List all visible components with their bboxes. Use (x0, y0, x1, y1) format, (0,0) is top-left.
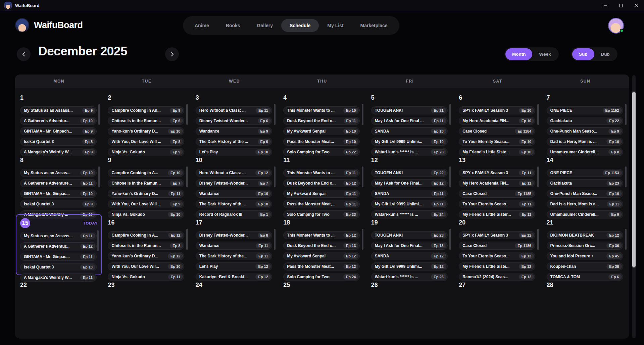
anime-entry[interactable]: SANDA Ep 11 (371, 190, 448, 198)
anime-entry[interactable]: With You, Our Love Wil... Ep 10 (108, 262, 184, 270)
calendar-day-cell-5[interactable]: 5 TODAY TOUGEN ANKI Ep 21 May I Ask for … (366, 89, 454, 151)
calendar-day-cell-22[interactable]: 22 TODAY (15, 276, 103, 338)
anime-entry[interactable]: Yano-kun's Ordinary D... Ep 12 (108, 252, 184, 260)
anime-entry[interactable]: Campfire Cooking in A... Ep 10 (108, 169, 184, 177)
cell-scrollbar-thumb[interactable] (98, 166, 100, 187)
anime-entry[interactable]: My Gift Lvl 9999 Unlimi... Ep 10 (371, 138, 448, 146)
anime-entry[interactable]: Case Closed Ep 1186 (459, 242, 535, 250)
close-button[interactable] (629, 0, 644, 11)
toggle-week[interactable]: Week (532, 48, 557, 60)
minimize-button[interactable] (598, 0, 613, 11)
anime-entry[interactable]: My Friend's Little Siste... Ep 12 (459, 262, 535, 270)
calendar-day-cell-15[interactable]: 15 TODAY My Status as an Assass... Ep 11… (16, 214, 102, 275)
anime-entry[interactable]: Pass the Monster Meat,... Ep 11 (283, 200, 360, 208)
calendar-day-cell-1[interactable]: 1 TODAY My Status as an Assass... Ep 9 A… (15, 89, 103, 151)
calendar-day-cell-25[interactable]: 25 TODAY (278, 276, 366, 338)
page-scrollbar[interactable] (632, 75, 636, 338)
anime-entry[interactable]: Isekai Quartet 3 Ep 8 (20, 138, 97, 146)
calendar-day-cell-18[interactable]: 18 TODAY This Monster Wants to ... Ep 12… (278, 213, 366, 276)
anime-entry[interactable]: Campfire Cooking in An... Ep 9 (108, 106, 184, 114)
anime-entry[interactable]: This Monster Wants to ... Ep 11 (283, 169, 360, 177)
anime-entry[interactable]: To Your Eternity Seaso... Ep 12 (459, 252, 535, 260)
calendar-day-cell-9[interactable]: 9 TODAY Campfire Cooking in A... Ep 10 C… (103, 151, 190, 213)
anime-entry[interactable]: GINTAMA - Mr. Ginpac... Ep 10 (20, 190, 97, 198)
anime-entry[interactable]: SANDA Ep 12 (371, 252, 448, 260)
anime-entry[interactable]: This Monster Wants to ... Ep 10 (283, 106, 360, 114)
cell-scrollbar-thumb[interactable] (186, 166, 188, 187)
anime-entry[interactable]: Dusk Beyond the End o... Ep 11 (283, 117, 360, 125)
anime-entry[interactable]: ONE PIECE Ep 1153 (547, 169, 623, 177)
anime-entry[interactable]: Pass the Monster Meat... Ep 10 (283, 138, 360, 146)
anime-entry[interactable]: Chitose Is in the Ramun... Ep 6 (108, 117, 184, 125)
calendar-day-cell-23[interactable]: 23 TODAY (103, 276, 190, 338)
anime-entry[interactable]: My Status as an Assas... Ep 10 (20, 169, 97, 177)
prev-month-button[interactable] (17, 47, 31, 61)
cell-scrollbar-thumb[interactable] (274, 229, 276, 250)
anime-entry[interactable]: A Gatherer's Adventur... Ep 12 (20, 242, 97, 250)
anime-entry[interactable]: The Dark History of th... Ep 10 (196, 200, 272, 208)
anime-entry[interactable]: ONE PIECE Ep 1152 (547, 106, 623, 114)
nav-tab-anime[interactable]: Anime (186, 19, 217, 32)
calendar-day-cell-16[interactable]: 16 TODAY Campfire Cooking in A... Ep 11 … (103, 213, 190, 276)
anime-entry[interactable]: Let's Play Ep 12 (196, 262, 272, 270)
calendar-day-cell-19[interactable]: 19 TODAY TOUGEN ANKI Ep 23 May I Ask for… (366, 213, 454, 276)
cell-scrollbar-thumb[interactable] (537, 229, 539, 250)
anime-entry[interactable]: My Status as an Assass... Ep 9 (20, 106, 97, 114)
anime-entry[interactable]: My Hero Academia FIN... Ep 11 (459, 179, 535, 187)
cell-scrollbar-thumb[interactable] (362, 229, 363, 250)
anime-entry[interactable]: May I Ask for One Final ... Ep 11 (371, 117, 448, 125)
calendar-day-cell-14[interactable]: 14 TODAY ONE PIECE Ep 1153 Gachiakuta Ep… (542, 151, 629, 213)
anime-entry[interactable]: Dusk Beyond the End o... Ep 13 (283, 242, 360, 250)
anime-entry[interactable]: Disney Twisted-Wonder... Ep 8 (196, 231, 272, 239)
maximize-button[interactable] (613, 0, 629, 11)
anime-entry[interactable]: GINTAMA - Mr. Ginpac... Ep 11 (20, 253, 97, 261)
anime-entry[interactable]: Isekai Quartet 3 Ep 10 (20, 263, 97, 271)
cell-scrollbar-thumb[interactable] (362, 104, 363, 125)
anime-entry[interactable]: With You, Our Love Will ... Ep 8 (108, 138, 184, 146)
anime-entry[interactable]: Dad is a Hero, Mom is ... Ep 10 (547, 138, 623, 146)
anime-entry[interactable]: Chitose Is in the Ramun... Ep 7 (108, 179, 184, 187)
anime-entry[interactable]: Dusk Beyond the End o... Ep 12 (283, 179, 360, 187)
next-month-button[interactable] (165, 47, 179, 61)
cell-scrollbar-thumb[interactable] (537, 166, 539, 187)
anime-entry[interactable]: SPY x FAMILY Season 3 Ep 11 (459, 169, 535, 177)
cell-scrollbar-thumb[interactable] (97, 230, 99, 251)
calendar-day-cell-6[interactable]: 6 TODAY SPY x FAMILY Season 3 Ep 10 My H… (454, 89, 541, 151)
anime-entry[interactable]: My Gift Lvl 9999 Unlimi... Ep 12 (371, 262, 448, 270)
anime-entry[interactable]: Chitose Is in the Ramun... Ep 8 (108, 242, 184, 250)
toggle-sub[interactable]: Sub (572, 48, 594, 60)
calendar-day-cell-11[interactable]: 11 TODAY This Monster Wants to ... Ep 11… (278, 151, 366, 213)
calendar-day-cell-2[interactable]: 2 TODAY Campfire Cooking in An... Ep 9 C… (103, 89, 190, 151)
anime-entry[interactable]: You and Idol Precure ♪ Ep 45 (547, 252, 623, 260)
anime-entry[interactable]: Campfire Cooking in A... Ep 11 (108, 231, 184, 239)
anime-entry[interactable]: The Dark History of the... Ep 11 (196, 252, 272, 260)
calendar-day-cell-3[interactable]: 3 TODAY Hero Without a Class: ... Ep 11 … (191, 89, 278, 151)
anime-entry[interactable]: My Awkward Senpai Ep 11 (283, 190, 360, 198)
anime-entry[interactable]: GINTAMA - Mr. Ginpach... Ep 9 (20, 127, 97, 135)
cell-scrollbar-thumb[interactable] (625, 229, 627, 250)
cell-scrollbar-thumb[interactable] (274, 104, 276, 125)
user-avatar[interactable] (608, 18, 624, 34)
anime-entry[interactable]: Princess-Session Orc... Ep 36 (547, 242, 623, 250)
anime-entry[interactable]: SPY x FAMILY Season 3 Ep 10 (459, 106, 535, 114)
anime-entry[interactable]: Case Closed Ep 1184 (459, 127, 535, 135)
anime-entry[interactable]: Yano-kun's Ordinary D... Ep 10 (108, 127, 184, 135)
cell-scrollbar-thumb[interactable] (362, 166, 363, 187)
anime-entry[interactable]: My Awkward Senpai Ep 12 (283, 252, 360, 260)
anime-entry[interactable]: Koupen-chan Ep 38 (547, 262, 623, 270)
cell-scrollbar-thumb[interactable] (186, 229, 188, 250)
anime-entry[interactable]: Hero Without a Class: ... Ep 12 (196, 169, 272, 177)
anime-entry[interactable]: Wandance Ep 10 (196, 190, 272, 198)
nav-tab-marketplace[interactable]: Marketplace (352, 19, 396, 32)
calendar-day-cell-26[interactable]: 26 TODAY (366, 276, 454, 338)
anime-entry[interactable]: With You, Our Love Will ... Ep 9 (108, 200, 184, 208)
calendar-day-cell-17[interactable]: 17 TODAY Disney Twisted-Wonder... Ep 8 W… (191, 213, 278, 276)
nav-tab-gallery[interactable]: Gallery (249, 19, 281, 32)
cell-scrollbar-thumb[interactable] (625, 104, 627, 125)
anime-entry[interactable]: May I Ask for One Final... Ep 13 (371, 242, 448, 250)
anime-entry[interactable]: TOUGEN ANKI Ep 23 (371, 231, 448, 239)
anime-entry[interactable]: My Status as an Assass... Ep 11 (20, 232, 97, 240)
anime-entry[interactable]: To Your Eternity Seaso... Ep 10 (459, 138, 535, 146)
calendar-day-cell-10[interactable]: 10 TODAY Hero Without a Class: ... Ep 12… (191, 151, 278, 213)
calendar-day-cell-27[interactable]: 27 TODAY (454, 276, 541, 338)
